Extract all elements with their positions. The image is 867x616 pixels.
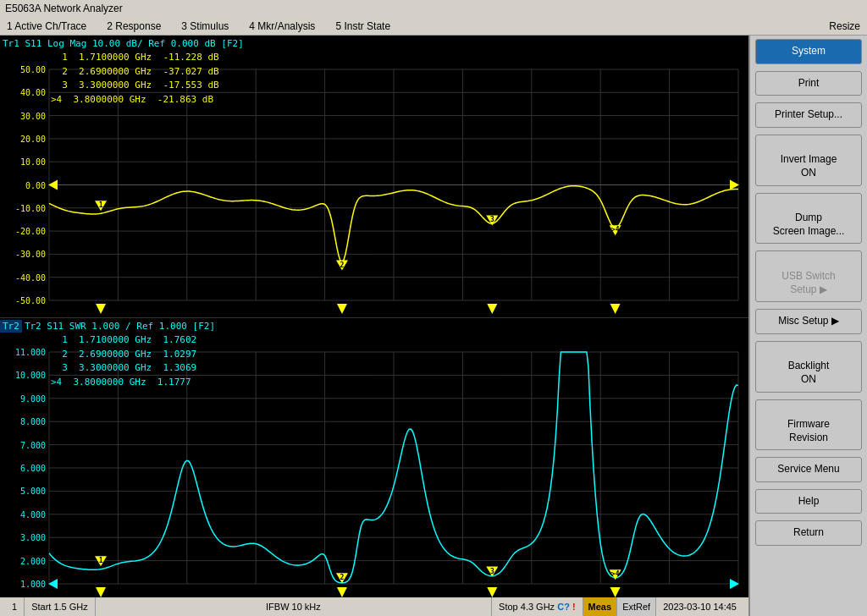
- return-button[interactable]: Return: [755, 520, 862, 546]
- right-panel: System Print Printer Setup... Invert Ima…: [748, 36, 867, 616]
- tr1-label: Tr1 S11 Log Mag 10.00 dB/ Ref 0.000 dB […: [0, 37, 246, 50]
- dump-screen-image-button[interactable]: Dump Screen Image...: [755, 193, 862, 245]
- warning-label: !: [572, 602, 576, 612]
- datetime-label: 2023-03-10 14:45: [656, 597, 743, 616]
- printer-setup-button[interactable]: Printer Setup...: [755, 102, 862, 128]
- system-button[interactable]: System: [755, 39, 862, 64]
- resize-button[interactable]: Resize: [826, 19, 864, 34]
- tr2-badge: Tr2: [0, 320, 22, 333]
- menu-instr-state[interactable]: 5 Instr State: [332, 19, 394, 34]
- marker-top-1: 1 1.7100000 GHz -11.228 dB: [51, 51, 219, 65]
- menu-response[interactable]: 2 Response: [103, 19, 164, 34]
- ifbw-label: IFBW 10 kHz: [266, 602, 321, 612]
- status-start: Start 1.5 GHz: [25, 597, 96, 616]
- status-stop: Stop 4.3 GHz C? !: [492, 597, 583, 616]
- chart-bottom: Tr2 Tr2 S11 SWR 1.000 / Ref 1.000 [F2] 1…: [0, 318, 748, 597]
- menu-bar: 1 Active Ch/Trace 2 Response 3 Stimulus …: [0, 17, 867, 36]
- backlight-button[interactable]: Backlight ON: [755, 341, 862, 393]
- app-title: E5063A Network Analyzer: [5, 3, 123, 14]
- marker-bottom-3: 3 3.3000000 GHz 1.3069: [51, 361, 196, 376]
- start-label: Start 1.5 GHz: [31, 602, 88, 612]
- marker-bottom-1: 1 1.7100000 GHz 1.7602: [51, 333, 196, 348]
- status-ifbw: IFBW 10 kHz: [96, 597, 492, 616]
- menu-mkr-analysis[interactable]: 4 Mkr/Analysis: [246, 19, 318, 34]
- menu-stimulus[interactable]: 3 Stimulus: [178, 19, 232, 34]
- usb-switch-setup-button[interactable]: USB Switch Setup ▶: [755, 250, 862, 302]
- title-bar: E5063A Network Analyzer: [0, 0, 867, 17]
- marker-top-4: >4 3.8000000 GHz -21.863 dB: [51, 93, 219, 107]
- service-menu-button[interactable]: Service Menu: [755, 457, 862, 482]
- chart-area: Tr1 S11 Log Mag 10.00 dB/ Ref 0.000 dB […: [0, 36, 748, 616]
- chart-top-header: Tr1 S11 Log Mag 10.00 dB/ Ref 0.000 dB […: [3, 38, 244, 49]
- invert-image-button[interactable]: Invert Image ON: [755, 135, 862, 186]
- marker-top-3: 3 3.3000000 GHz -17.553 dB: [51, 79, 219, 93]
- chart-top: Tr1 S11 Log Mag 10.00 dB/ Ref 0.000 dB […: [0, 36, 748, 318]
- extref-button[interactable]: ExtRef: [617, 597, 656, 616]
- channel-label: 1: [12, 602, 17, 612]
- marker-bottom-2: 2 2.6900000 GHz 1.0297: [51, 348, 196, 362]
- correction-label: C?: [557, 602, 570, 612]
- marker-table-bottom: 1 1.7100000 GHz 1.7602 2 2.6900000 GHz 1…: [51, 333, 196, 389]
- firmware-revision-button[interactable]: Firmware Revision: [755, 399, 862, 451]
- meas-button[interactable]: Meas: [583, 597, 618, 616]
- marker-top-2: 2 2.6900000 GHz -37.027 dB: [51, 65, 219, 80]
- chart-bottom-header: Tr2 S11 SWR 1.000 / Ref 1.000 [F2]: [22, 320, 218, 333]
- marker-table-top: 1 1.7100000 GHz -11.228 dB 2 2.6900000 G…: [51, 51, 219, 107]
- stop-label: Stop 4.3 GHz: [499, 602, 555, 612]
- menu-active-ch-trace[interactable]: 1 Active Ch/Trace: [3, 19, 90, 34]
- status-bar: 1 Start 1.5 GHz IFBW 10 kHz Stop 4.3 GHz…: [0, 597, 748, 616]
- misc-setup-button[interactable]: Misc Setup ▶: [755, 309, 862, 334]
- status-channel: 1: [5, 597, 25, 616]
- help-button[interactable]: Help: [755, 489, 862, 514]
- main-area: Tr1 S11 Log Mag 10.00 dB/ Ref 0.000 dB […: [0, 36, 867, 616]
- marker-bottom-4: >4 3.8000000 GHz 1.1777: [51, 376, 196, 390]
- print-button[interactable]: Print: [755, 71, 862, 96]
